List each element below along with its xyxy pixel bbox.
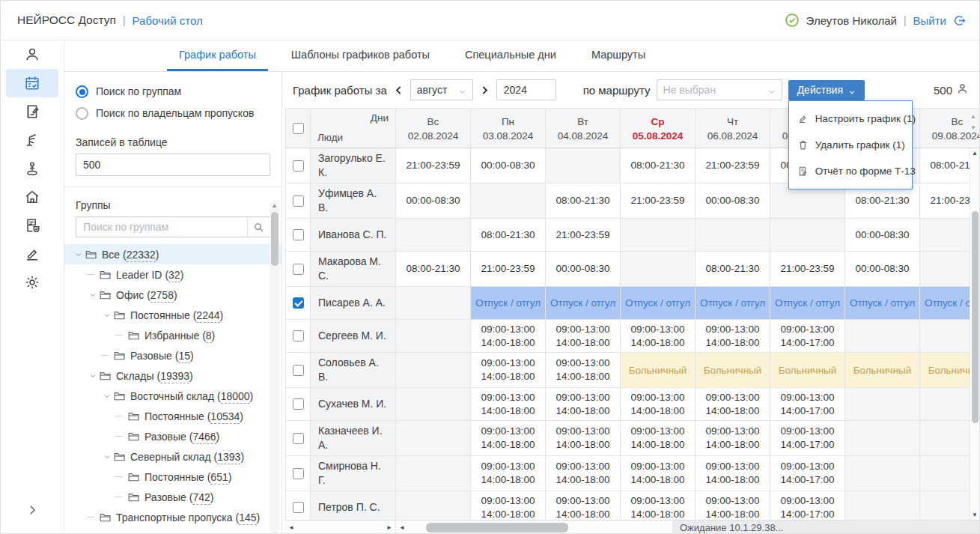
schedule-cell[interactable]: 09:00-13:0014:00-18:00 bbox=[471, 388, 546, 421]
schedule-cell[interactable]: Отпуск / отгул bbox=[845, 287, 920, 320]
sidebar-item-doc-shield-icon[interactable] bbox=[6, 211, 58, 240]
actions-button[interactable]: Действия bbox=[788, 80, 865, 100]
scroll-left-icon[interactable]: ◄ bbox=[285, 521, 297, 534]
schedule-cell[interactable]: 08:00-21:30 bbox=[396, 252, 471, 287]
day-column-header-04.08.2024[interactable]: Вт04.08.2024 bbox=[546, 109, 621, 148]
schedule-cell[interactable] bbox=[845, 456, 920, 491]
tree-item-северный-склад[interactable]: Северный склад (1393) bbox=[64, 446, 281, 467]
schedule-cell[interactable] bbox=[696, 219, 770, 252]
radio-search-by-owners[interactable]: Поиск по владельцам пропусков bbox=[64, 103, 281, 124]
tree-item-офис[interactable]: Офис (2758) bbox=[64, 285, 281, 305]
tab-3[interactable]: Маршруты bbox=[579, 40, 657, 71]
route-select[interactable]: Не выбран bbox=[657, 79, 782, 100]
schedule-cell[interactable]: 09:00-13:0014:00-18:00 bbox=[546, 388, 621, 421]
day-column-header-05.08.2024[interactable]: Ср05.08.2024 bbox=[621, 109, 696, 148]
schedule-cell[interactable]: Больничный bbox=[621, 353, 696, 388]
tree-caret-icon[interactable] bbox=[101, 392, 112, 400]
tree-caret-icon[interactable] bbox=[87, 372, 98, 380]
radio-button-off[interactable] bbox=[76, 107, 88, 120]
schedule-cell[interactable]: 09:00-13:0014:00-18:00 bbox=[546, 353, 621, 388]
sidebar-item-gear-icon[interactable] bbox=[6, 268, 58, 297]
schedule-cell[interactable] bbox=[396, 421, 471, 456]
next-month-button[interactable] bbox=[479, 85, 490, 96]
schedule-cell[interactable]: Больничный bbox=[770, 353, 845, 388]
tree-item-leader-id[interactable]: Leader ID (32) bbox=[64, 264, 281, 285]
row-checkbox[interactable] bbox=[293, 433, 304, 444]
schedule-cell[interactable] bbox=[471, 183, 546, 219]
schedule-cell[interactable] bbox=[546, 148, 621, 183]
schedule-cell[interactable] bbox=[845, 388, 920, 421]
schedule-cell[interactable]: 21:00-23:59 bbox=[621, 183, 696, 219]
schedule-cell[interactable] bbox=[396, 388, 471, 421]
scrollbar-thumb[interactable] bbox=[271, 212, 279, 266]
schedule-cell[interactable]: 09:00-13:0014:00-18:00 bbox=[546, 320, 621, 353]
schedule-cell[interactable]: 09:00-13:0014:00-18:00 bbox=[471, 491, 546, 521]
schedule-cell[interactable] bbox=[845, 491, 920, 521]
row-checkbox[interactable] bbox=[293, 398, 304, 410]
row-checkbox[interactable] bbox=[293, 330, 304, 342]
menu-item-2[interactable]: Отчёт по форме Т-13 bbox=[789, 158, 912, 184]
scroll-up-icon[interactable]: ▲ bbox=[270, 201, 279, 211]
schedule-cell[interactable]: 08:00-21:30 bbox=[546, 183, 621, 219]
row-checkbox[interactable] bbox=[293, 160, 304, 172]
month-select[interactable]: август bbox=[410, 79, 473, 100]
sidebar-item-pass-edit-icon[interactable] bbox=[6, 97, 58, 126]
schedule-cell[interactable]: 09:00-13:0014:00-18:00 bbox=[621, 320, 696, 353]
tree-item-постоянные[interactable]: Постоянные (2244) bbox=[64, 305, 281, 325]
tree-caret-icon[interactable] bbox=[73, 251, 84, 258]
schedule-cell[interactable]: 21:00-23:59 bbox=[546, 219, 621, 252]
schedule-cell[interactable]: 00:00-08:30 bbox=[845, 219, 920, 252]
schedule-cell[interactable]: 00:00-08:30 bbox=[546, 252, 621, 287]
year-input[interactable] bbox=[496, 79, 556, 100]
schedule-cell[interactable]: 09:00-13:0014:00-17:00 bbox=[770, 388, 845, 421]
day-column-header-02.08.2024[interactable]: Вс02.08.2024 bbox=[396, 109, 471, 148]
schedule-cell[interactable]: 09:00-13:0014:00-18:00 bbox=[471, 456, 546, 491]
schedule-cell[interactable]: 08:00-21:30 bbox=[621, 148, 696, 183]
schedule-cell[interactable]: 09:00-13:0014:00-18:00 bbox=[696, 320, 770, 353]
sidebar-item-calendar-check-icon[interactable] bbox=[6, 69, 58, 97]
tab-0[interactable]: График работы bbox=[167, 40, 268, 71]
row-checkbox[interactable] bbox=[293, 229, 304, 240]
schedule-cell[interactable]: 09:00-13:0014:00-17:00 bbox=[770, 456, 845, 491]
scroll-down-icon[interactable]: ▼ bbox=[970, 512, 979, 518]
tab-2[interactable]: Специальные дни bbox=[453, 40, 568, 71]
schedule-cell[interactable]: 09:00-13:0014:00-18:00 bbox=[696, 491, 770, 521]
sidebar-item-pencil-icon[interactable] bbox=[6, 240, 58, 268]
schedule-cell[interactable]: 00:00-08:30 bbox=[471, 148, 546, 183]
menu-item-1[interactable]: Удалить график (1) bbox=[789, 132, 912, 158]
sidebar-expand-button[interactable] bbox=[6, 497, 58, 526]
logout-link[interactable]: Выйти bbox=[913, 14, 946, 27]
tree-item-постоянные[interactable]: Постоянные (10534) bbox=[64, 406, 281, 426]
tree-item-избранные[interactable]: Избранные (8) bbox=[64, 325, 281, 345]
schedule-cell[interactable] bbox=[396, 456, 471, 491]
scroll-up-icon[interactable]: ▲ bbox=[970, 113, 976, 120]
schedule-cell[interactable]: 21:00-23:59 bbox=[696, 148, 770, 183]
scroll-right-icon[interactable]: ► bbox=[383, 521, 395, 534]
tree-item-восточный-склад[interactable]: Восточный склад (18000) bbox=[64, 386, 281, 406]
sidebar-item-turnstile-icon[interactable] bbox=[6, 126, 58, 154]
schedule-cell[interactable]: 09:00-13:0014:00-18:00 bbox=[621, 388, 696, 421]
row-checkbox[interactable] bbox=[293, 195, 304, 207]
prev-month-button[interactable] bbox=[393, 85, 404, 96]
scrollbar-thumb[interactable] bbox=[426, 523, 568, 533]
schedule-cell[interactable]: Отпуск / отгул bbox=[770, 287, 845, 320]
schedule-cell[interactable]: 09:00-13:0014:00-17:00 bbox=[770, 320, 845, 353]
tab-1[interactable]: Шаблоны графиков работы bbox=[279, 40, 442, 71]
scroll-left-icon[interactable]: ◄ bbox=[396, 521, 408, 534]
tree-item-склады[interactable]: Склады (19393) bbox=[64, 365, 281, 386]
schedule-cell[interactable]: Больничный bbox=[845, 353, 920, 388]
tree-item-постоянные[interactable]: Постоянные (651) bbox=[64, 467, 281, 487]
menu-item-0[interactable]: Настроить график (1) bbox=[789, 106, 912, 132]
tree-caret-icon[interactable] bbox=[101, 312, 112, 319]
table-vertical-scrollbar[interactable]: ▲ ▼ bbox=[970, 148, 979, 520]
frozen-columns-hscrollbar[interactable]: ◄ ► bbox=[285, 521, 396, 534]
day-column-header-06.08.2024[interactable]: Чт06.08.2024 bbox=[696, 109, 770, 148]
sidebar-item-home-icon[interactable] bbox=[6, 183, 58, 211]
radio-search-by-groups[interactable]: Поиск по группам bbox=[64, 81, 281, 103]
schedule-cell[interactable]: Отпуск / отгул bbox=[546, 287, 621, 320]
schedule-cell[interactable]: 21:00-23:59 bbox=[770, 252, 845, 287]
workspace-link[interactable]: Рабочий стол bbox=[133, 14, 203, 27]
row-checkbox[interactable] bbox=[293, 297, 304, 309]
schedule-cell[interactable] bbox=[396, 219, 471, 252]
tree-vertical-scrollbar[interactable]: ▲ bbox=[270, 201, 279, 533]
